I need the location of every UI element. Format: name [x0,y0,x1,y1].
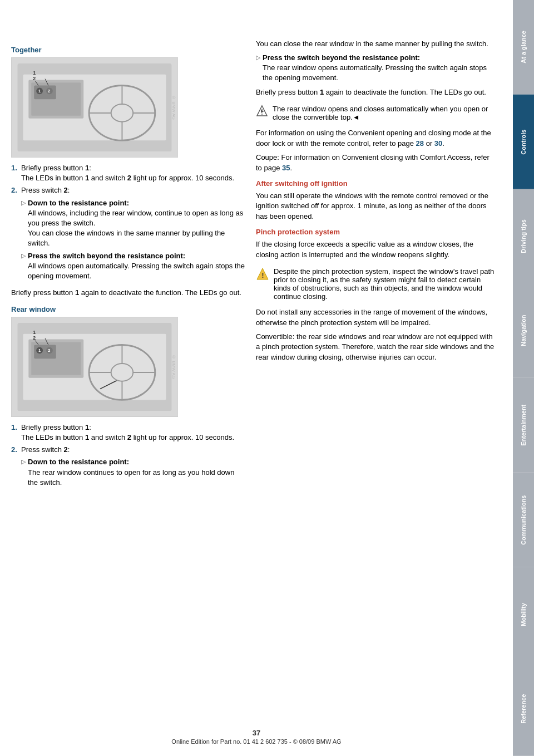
pinch-protection-title: Pinch protection system [256,228,496,236]
warning-icon: ! [256,267,269,281]
left-column: Together 1 [11,11,245,745]
link-30[interactable]: 30 [434,139,442,148]
right-intro: You can close the rear window in the sam… [256,39,496,50]
rear-window-step-2: 2. Press switch 2: ▷ Down to the resista… [11,445,245,490]
sidebar-tab-entertainment[interactable]: Entertainment [513,378,534,473]
together-bullet-1: ▷ Down to the resistance point: All wind… [21,198,245,249]
after-ignition-section: After switching off ignition You can sti… [256,179,496,223]
sidebar-tab-reference[interactable]: Reference [513,661,534,756]
sidebar-tab-navigation[interactable]: Navigation [513,283,534,378]
note-box-1: ▶ The rear window opens and closes autom… [256,102,496,124]
warning-box: ! Despite the pinch protection system, i… [256,265,496,303]
image-watermark: © BMW AG [171,95,176,120]
warning-text: Despite the pinch protection system, ins… [274,267,496,301]
pinch-protection-section: Pinch protection system If the closing f… [256,228,496,363]
right-deactivate: Briefly press button 1 again to deactiva… [256,87,496,98]
image-watermark-2: © BMW AG [171,355,176,379]
right-sidebar: At a glance Controls Driving tips Naviga… [513,0,534,756]
after-ignition-text: You can still operate the windows with t… [256,191,496,223]
footer-text: Online Edition for Part no. 01 41 2 602 … [0,738,513,745]
rear-window-steps: 1. Briefly press button 1: The LEDs in b… [11,423,245,490]
rear-window-title: Rear window [11,305,245,313]
svg-text:1: 1 [38,348,41,353]
pinch-protection-text: If the closing force exceeds a specific … [256,239,496,261]
page-number: 37 [0,729,513,737]
sidebar-tab-at-a-glance[interactable]: At a glance [513,0,534,95]
together-deactivate: Briefly press button 1 again to deactiva… [11,288,245,298]
svg-text:2: 2 [48,89,51,94]
note-text-1: The rear window opens and closes automat… [273,105,496,121]
svg-text:2: 2 [33,335,36,340]
together-step-1: 1. Briefly press button 1: The LEDs in b… [11,163,245,183]
note-icon-1: ▶ [256,105,268,117]
together-bullet-2: ▷ Press the switch beyond the resistance… [21,251,245,282]
link-35[interactable]: 35 [282,164,290,172]
sidebar-tab-controls[interactable]: Controls [513,95,534,189]
rear-window-bullet-1: ▷ Down to the resistance point: The rear… [21,457,245,488]
rear-window-bullets: ▷ Down to the resistance point: The rear… [21,457,245,488]
sidebar-tab-driving-tips[interactable]: Driving tips [513,189,534,284]
pinch-text-3: Convertible: the rear side windows and r… [256,332,496,364]
together-section: Together 1 [11,46,245,298]
rear-window-step-1: 1. Briefly press button 1: The LEDs in b… [11,423,245,443]
right-info-2: Coupe: For information on Convenient clo… [256,153,496,174]
together-steps: 1. Briefly press button 1: The LEDs in b… [11,163,245,283]
right-column: You can close the rear window in the sam… [256,11,496,745]
svg-text:1: 1 [33,70,36,76]
sidebar-tab-communications[interactable]: Communications [513,473,534,567]
right-bullet-1: ▷ Press the switch beyond the resistance… [256,53,496,84]
svg-text:2: 2 [48,348,51,353]
svg-text:!: ! [262,272,264,279]
pinch-text-2: Do not install any accessories in the ra… [256,307,496,328]
rear-window-image: 1 2 2 1 © BMW [11,317,178,417]
together-step-2: 2. Press switch 2: ▷ Down to the resista… [11,185,245,283]
together-bullets: ▷ Down to the resistance point: All wind… [21,198,245,282]
together-title: Together [11,46,245,54]
sidebar-tab-mobility[interactable]: Mobility [513,567,534,662]
svg-text:1: 1 [38,89,41,94]
rear-window-section: Rear window 1 2 [11,305,245,490]
together-image: 1 2 2 1 © BMW AG [11,57,178,158]
svg-text:2: 2 [33,76,36,81]
link-28[interactable]: 28 [416,139,424,148]
svg-text:1: 1 [33,330,36,335]
right-info-1: For information on using the Convenient … [256,128,496,149]
page-footer: 37 Online Edition for Part no. 01 41 2 6… [0,729,513,745]
right-bullets: ▷ Press the switch beyond the resistance… [256,53,496,84]
after-ignition-title: After switching off ignition [256,179,496,188]
svg-point-43 [261,114,263,115]
